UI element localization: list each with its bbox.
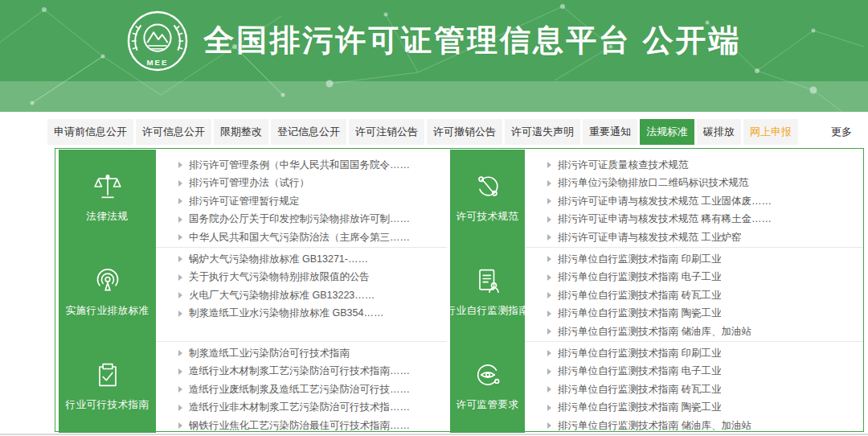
doc-link[interactable]: 排污单位自行监测技术指南 电子工业 <box>547 363 863 381</box>
doc-link[interactable]: 排污许可证申请与核发技术规范 工业固体废…… <box>547 192 863 211</box>
arrow-bullet-icon <box>178 256 182 262</box>
arrow-bullet-icon <box>547 405 551 411</box>
doc-link[interactable]: 排污单位自行监测技术指南 陶瓷工业 <box>547 399 863 417</box>
category-label: 许可监管要求 <box>457 398 519 412</box>
grid-row-1: 法律法规 排污许可管理条例（中华人民共和国国务院令…… 排污许可管理办法（试行）… <box>55 149 863 243</box>
arrow-bullet-icon <box>178 368 182 375</box>
tab-permit-loss-statement[interactable]: 许可遗失声明 <box>505 119 580 145</box>
mee-logo-text: MEE <box>147 58 169 67</box>
category-self-monitoring-guidelines[interactable]: 行业自行监测指南 <box>450 244 525 339</box>
more-link[interactable]: 更多 <box>831 119 852 145</box>
arrow-bullet-icon <box>178 386 182 393</box>
doc-link[interactable]: 排污许可管理办法（试行） <box>178 175 447 193</box>
tab-regulations-standards[interactable]: 法规标准 <box>640 119 694 145</box>
doc-link[interactable]: 排污单位自行监测技术指南 印刷工业 <box>547 250 863 269</box>
category-label: 法律法规 <box>87 210 129 224</box>
doc-link[interactable]: 排污单位自行监测技术指南 储油库、加油站 <box>547 417 863 435</box>
tab-permit-info-disclosure[interactable]: 许可信息公开 <box>136 119 211 145</box>
arrow-bullet-icon <box>547 386 551 393</box>
doc-link[interactable]: 制浆造纸工业水污染物排放标准 GB354…… <box>178 305 447 323</box>
document-person-icon <box>472 265 504 297</box>
arrow-bullet-icon <box>178 405 182 411</box>
self-monitoring-guidelines-list: 排污单位自行监测技术指南 印刷工业 排污单位自行监测技术指南 电子工业 排污单位… <box>525 243 863 342</box>
hero-banner: MEE 全国排污许可证管理信息平台 公开端 <box>0 0 868 112</box>
scales-icon <box>92 171 124 203</box>
grid-row-3: 行业可行技术指南 制浆造纸工业污染防治可行技术指南 造纸行业木材制浆工艺污染防治… <box>55 337 863 431</box>
arrow-bullet-icon <box>547 292 551 298</box>
doc-link[interactable]: 排污单位自行监测技术指南 印刷工业 <box>547 344 863 363</box>
arrow-bullet-icon <box>178 234 182 241</box>
doc-link[interactable]: 关于执行大气污染物特别排放限值的公告 <box>178 269 447 287</box>
doc-link[interactable]: 造纸行业废纸制浆及造纸工艺污染防治可行技…… <box>178 380 447 399</box>
main-nav: 申请前信息公开 许可信息公开 限期整改 登记信息公开 许可注销公告 许可撤销公告… <box>55 119 852 145</box>
industry-emission-standards-list: 锅炉大气污染物排放标准 GB13271-…… 关于执行大气污染物特别排放限值的公… <box>156 243 447 342</box>
category-permit-supervision-requirements[interactable]: 许可监管要求 <box>450 338 525 433</box>
tab-important-notice[interactable]: 重要通知 <box>583 119 637 145</box>
app-title: 全国排污许可证管理信息平台 公开端 <box>203 20 742 61</box>
doc-link[interactable]: 排污单位自行监测技术指南 电子工业 <box>547 269 863 287</box>
section-divider <box>0 434 868 435</box>
category-label: 许可技术规范 <box>457 210 519 224</box>
network-icon <box>472 171 504 203</box>
tab-permit-revocation-notice[interactable]: 许可撤销公告 <box>427 119 502 145</box>
arrow-bullet-icon <box>178 162 182 168</box>
arrow-bullet-icon <box>178 350 182 356</box>
arrow-bullet-icon <box>547 162 551 168</box>
tab-carbon-emission[interactable]: 碳排放 <box>697 119 741 145</box>
arrow-bullet-icon <box>178 180 182 187</box>
tab-registration-disclosure[interactable]: 登记信息公开 <box>271 119 346 145</box>
arrow-bullet-icon <box>547 422 551 429</box>
tab-permit-cancellation-notice[interactable]: 许可注销公告 <box>349 119 424 145</box>
doc-link[interactable]: 造纸行业木材制浆工艺污染防治可行技术指南…… <box>178 363 447 381</box>
arrow-bullet-icon <box>547 274 551 281</box>
doc-link[interactable]: 排污许可证管理暂行规定 <box>178 192 447 211</box>
clipboard-check-icon <box>92 359 124 391</box>
category-laws-regulations[interactable]: 法律法规 <box>59 150 156 245</box>
feasible-technology-guidelines-list: 制浆造纸工业污染防治可行技术指南 造纸行业木材制浆工艺污染防治可行技术指南…… … <box>156 337 447 435</box>
arrow-bullet-icon <box>547 256 551 262</box>
arrow-bullet-icon <box>547 350 551 356</box>
laws-regulations-list: 排污许可管理条例（中华人民共和国国务院令…… 排污许可管理办法（试行） 排污许可… <box>156 149 447 248</box>
regulations-standards-panel: 法律法规 排污许可管理条例（中华人民共和国国务院令…… 排污许可管理办法（试行）… <box>55 148 864 432</box>
doc-link[interactable]: 排污许可证申请与核发技术规范 稀有稀土金…… <box>547 211 863 229</box>
doc-link[interactable]: 排污单位自行监测技术指南 砖瓦工业 <box>547 286 863 305</box>
category-label: 行业可行技术指南 <box>66 398 149 412</box>
arrow-bullet-icon <box>547 180 551 187</box>
doc-link[interactable]: 排污许可证质量核查技术规范 <box>547 156 863 175</box>
arrow-bullet-icon <box>547 216 551 223</box>
doc-link[interactable]: 排污单位自行监测技术指南 陶瓷工业 <box>547 305 863 323</box>
arrow-bullet-icon <box>547 328 551 335</box>
category-industry-emission-standards[interactable]: 实施行业排放标准 <box>59 244 156 339</box>
doc-link[interactable]: 国务院办公厅关于印发控制污染物排放许可制…… <box>178 211 447 229</box>
category-label: 实施行业排放标准 <box>66 304 149 318</box>
category-feasible-technology-guidelines[interactable]: 行业可行技术指南 <box>59 338 156 433</box>
tab-pre-application-disclosure[interactable]: 申请前信息公开 <box>47 119 133 145</box>
doc-link[interactable]: 钢铁行业焦化工艺污染防治最佳可行技术指南…… <box>178 417 447 435</box>
doc-link[interactable]: 造纸行业非木材制浆工艺污染防治可行技术指…… <box>178 399 447 417</box>
arrow-bullet-icon <box>178 292 182 298</box>
doc-link[interactable]: 排污单位自行监测技术指南 砖瓦工业 <box>547 380 863 399</box>
doc-link[interactable]: 排污许可管理条例（中华人民共和国国务院令…… <box>178 156 447 175</box>
category-label: 行业自行监测指南 <box>446 304 530 318</box>
arrow-bullet-icon <box>178 311 182 317</box>
mee-logo-icon: MEE <box>126 10 189 72</box>
arrow-bullet-icon <box>178 216 182 223</box>
tab-online-application[interactable]: 网上申报 <box>743 119 798 145</box>
arrow-bullet-icon <box>547 234 551 241</box>
arrow-bullet-icon <box>178 198 182 204</box>
permit-technical-specs-list: 排污许可证质量核查技术规范 排污单位污染物排放口二维码标识技术规范 排污许可证申… <box>525 149 863 248</box>
doc-link[interactable]: 排污单位污染物排放口二维码标识技术规范 <box>547 175 863 193</box>
eye-monitor-icon <box>472 359 504 391</box>
broadcast-icon <box>92 265 124 297</box>
grid-row-2: 实施行业排放标准 锅炉大气污染物排放标准 GB13271-…… 关于执行大气污染… <box>55 243 863 337</box>
permit-supervision-requirements-list: 排污单位自行监测技术指南 印刷工业 排污单位自行监测技术指南 电子工业 排污单位… <box>525 337 863 435</box>
doc-link[interactable]: 锅炉大气污染物排放标准 GB13271-…… <box>178 250 447 269</box>
doc-link[interactable]: 火电厂大气污染物排放标准 GB13223…… <box>178 286 447 305</box>
doc-link[interactable]: 制浆造纸工业污染防治可行技术指南 <box>178 344 447 363</box>
category-permit-technical-specs[interactable]: 许可技术规范 <box>450 150 525 245</box>
arrow-bullet-icon <box>178 274 182 281</box>
arrow-bullet-icon <box>547 311 551 317</box>
tab-deadline-rectification[interactable]: 限期整改 <box>214 119 268 145</box>
arrow-bullet-icon <box>178 422 182 429</box>
arrow-bullet-icon <box>547 198 551 204</box>
